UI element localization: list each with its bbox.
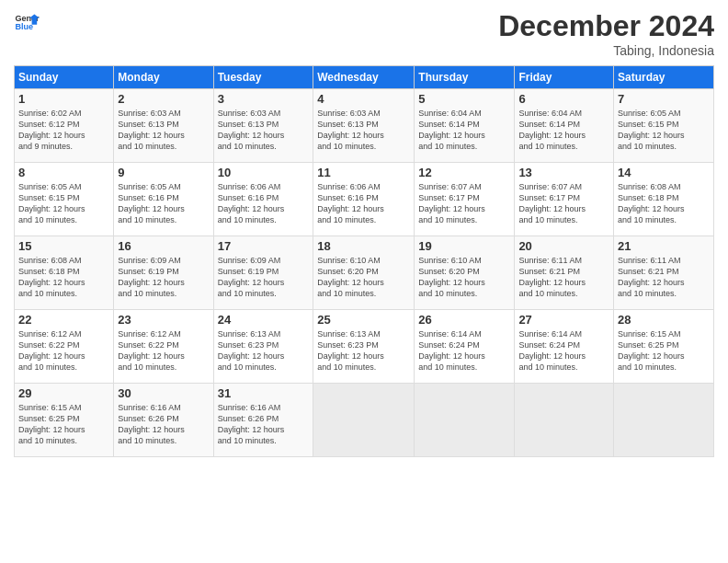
calendar-cell: 10Sunrise: 6:06 AM Sunset: 6:16 PM Dayli… bbox=[213, 163, 313, 236]
calendar-cell: 18Sunrise: 6:10 AM Sunset: 6:20 PM Dayli… bbox=[313, 236, 415, 310]
calendar-cell bbox=[614, 384, 714, 457]
day-number: 13 bbox=[518, 166, 609, 179]
calendar-cell: 23Sunrise: 6:12 AM Sunset: 6:22 PM Dayli… bbox=[114, 310, 213, 384]
calendar-cell: 11Sunrise: 6:06 AM Sunset: 6:16 PM Dayli… bbox=[313, 163, 415, 236]
day-info: Sunrise: 6:03 AM Sunset: 6:13 PM Dayligh… bbox=[218, 108, 310, 153]
calendar-cell: 20Sunrise: 6:11 AM Sunset: 6:21 PM Dayli… bbox=[515, 236, 614, 310]
calendar-cell: 14Sunrise: 6:08 AM Sunset: 6:18 PM Dayli… bbox=[614, 163, 714, 236]
day-info: Sunrise: 6:13 AM Sunset: 6:23 PM Dayligh… bbox=[218, 328, 310, 373]
calendar-table: Sunday Monday Tuesday Wednesday Thursday… bbox=[14, 65, 714, 457]
day-info: Sunrise: 6:04 AM Sunset: 6:14 PM Dayligh… bbox=[518, 108, 609, 153]
day-number: 12 bbox=[418, 166, 510, 179]
day-number: 19 bbox=[418, 239, 510, 253]
day-info: Sunrise: 6:08 AM Sunset: 6:18 PM Dayligh… bbox=[18, 255, 109, 300]
calendar-cell bbox=[515, 384, 614, 457]
svg-text:Blue: Blue bbox=[15, 22, 33, 31]
calendar-cell: 15Sunrise: 6:08 AM Sunset: 6:18 PM Dayli… bbox=[15, 236, 114, 310]
day-number: 8 bbox=[18, 166, 109, 179]
day-info: Sunrise: 6:16 AM Sunset: 6:26 PM Dayligh… bbox=[218, 402, 310, 447]
day-number: 17 bbox=[218, 239, 310, 253]
calendar-cell bbox=[313, 384, 415, 457]
day-number: 16 bbox=[118, 239, 209, 253]
calendar-week-4: 29Sunrise: 6:15 AM Sunset: 6:25 PM Dayli… bbox=[15, 384, 714, 457]
calendar-cell: 22Sunrise: 6:12 AM Sunset: 6:22 PM Dayli… bbox=[15, 310, 114, 384]
day-number: 11 bbox=[317, 166, 410, 179]
calendar-cell: 2Sunrise: 6:03 AM Sunset: 6:13 PM Daylig… bbox=[114, 89, 213, 163]
day-number: 24 bbox=[218, 313, 310, 327]
day-info: Sunrise: 6:05 AM Sunset: 6:15 PM Dayligh… bbox=[18, 181, 109, 226]
day-info: Sunrise: 6:10 AM Sunset: 6:20 PM Dayligh… bbox=[317, 255, 410, 300]
calendar-week-3: 22Sunrise: 6:12 AM Sunset: 6:22 PM Dayli… bbox=[15, 310, 714, 384]
calendar-cell bbox=[415, 384, 515, 457]
day-info: Sunrise: 6:12 AM Sunset: 6:22 PM Dayligh… bbox=[18, 328, 109, 373]
header: General Blue December 2024 Tabing, Indon… bbox=[14, 9, 714, 58]
day-info: Sunrise: 6:12 AM Sunset: 6:22 PM Dayligh… bbox=[118, 328, 209, 373]
day-number: 7 bbox=[618, 92, 710, 106]
day-info: Sunrise: 6:15 AM Sunset: 6:25 PM Dayligh… bbox=[618, 328, 710, 373]
day-number: 18 bbox=[317, 239, 410, 253]
day-number: 22 bbox=[18, 313, 109, 327]
calendar-cell: 29Sunrise: 6:15 AM Sunset: 6:25 PM Dayli… bbox=[15, 384, 114, 457]
day-number: 27 bbox=[518, 313, 609, 327]
logo: General Blue bbox=[14, 9, 41, 35]
location-subtitle: Tabing, Indonesia bbox=[498, 43, 714, 58]
calendar-cell: 6Sunrise: 6:04 AM Sunset: 6:14 PM Daylig… bbox=[515, 89, 614, 163]
day-number: 15 bbox=[18, 239, 109, 253]
day-number: 28 bbox=[618, 313, 710, 327]
day-number: 20 bbox=[518, 239, 609, 253]
calendar-cell: 31Sunrise: 6:16 AM Sunset: 6:26 PM Dayli… bbox=[213, 384, 313, 457]
title-block: December 2024 Tabing, Indonesia bbox=[498, 9, 714, 58]
day-info: Sunrise: 6:14 AM Sunset: 6:24 PM Dayligh… bbox=[518, 328, 609, 373]
day-info: Sunrise: 6:03 AM Sunset: 6:13 PM Dayligh… bbox=[118, 108, 209, 153]
day-number: 26 bbox=[418, 313, 510, 327]
day-info: Sunrise: 6:16 AM Sunset: 6:26 PM Dayligh… bbox=[118, 402, 209, 447]
col-saturday: Saturday bbox=[614, 66, 714, 89]
day-number: 21 bbox=[618, 239, 710, 253]
day-number: 25 bbox=[317, 313, 410, 327]
calendar-week-2: 15Sunrise: 6:08 AM Sunset: 6:18 PM Dayli… bbox=[15, 236, 714, 310]
month-title: December 2024 bbox=[498, 9, 714, 43]
day-number: 2 bbox=[118, 92, 209, 106]
calendar-cell: 5Sunrise: 6:04 AM Sunset: 6:14 PM Daylig… bbox=[415, 89, 515, 163]
day-number: 14 bbox=[618, 166, 710, 179]
calendar-cell: 12Sunrise: 6:07 AM Sunset: 6:17 PM Dayli… bbox=[415, 163, 515, 236]
calendar-cell: 24Sunrise: 6:13 AM Sunset: 6:23 PM Dayli… bbox=[213, 310, 313, 384]
calendar-cell: 8Sunrise: 6:05 AM Sunset: 6:15 PM Daylig… bbox=[15, 163, 114, 236]
calendar-cell: 28Sunrise: 6:15 AM Sunset: 6:25 PM Dayli… bbox=[614, 310, 714, 384]
col-monday: Monday bbox=[114, 66, 213, 89]
calendar-body: 1Sunrise: 6:02 AM Sunset: 6:12 PM Daylig… bbox=[15, 89, 714, 457]
calendar-cell: 17Sunrise: 6:09 AM Sunset: 6:19 PM Dayli… bbox=[213, 236, 313, 310]
day-info: Sunrise: 6:02 AM Sunset: 6:12 PM Dayligh… bbox=[18, 108, 109, 153]
day-number: 5 bbox=[418, 92, 510, 106]
main-container: General Blue December 2024 Tabing, Indon… bbox=[0, 0, 728, 466]
day-info: Sunrise: 6:05 AM Sunset: 6:16 PM Dayligh… bbox=[118, 181, 209, 226]
calendar-cell: 21Sunrise: 6:11 AM Sunset: 6:21 PM Dayli… bbox=[614, 236, 714, 310]
calendar-week-1: 8Sunrise: 6:05 AM Sunset: 6:15 PM Daylig… bbox=[15, 163, 714, 236]
col-sunday: Sunday bbox=[15, 66, 114, 89]
day-number: 10 bbox=[218, 166, 310, 179]
day-number: 4 bbox=[317, 92, 410, 106]
day-info: Sunrise: 6:06 AM Sunset: 6:16 PM Dayligh… bbox=[317, 181, 410, 226]
calendar-cell: 1Sunrise: 6:02 AM Sunset: 6:12 PM Daylig… bbox=[15, 89, 114, 163]
day-number: 9 bbox=[118, 166, 209, 179]
calendar-cell: 27Sunrise: 6:14 AM Sunset: 6:24 PM Dayli… bbox=[515, 310, 614, 384]
col-tuesday: Tuesday bbox=[213, 66, 313, 89]
day-info: Sunrise: 6:15 AM Sunset: 6:25 PM Dayligh… bbox=[18, 402, 109, 447]
calendar-cell: 25Sunrise: 6:13 AM Sunset: 6:23 PM Dayli… bbox=[313, 310, 415, 384]
day-info: Sunrise: 6:11 AM Sunset: 6:21 PM Dayligh… bbox=[518, 255, 609, 300]
day-info: Sunrise: 6:05 AM Sunset: 6:15 PM Dayligh… bbox=[618, 108, 710, 153]
col-thursday: Thursday bbox=[415, 66, 515, 89]
day-info: Sunrise: 6:10 AM Sunset: 6:20 PM Dayligh… bbox=[418, 255, 510, 300]
day-number: 29 bbox=[18, 386, 109, 400]
day-info: Sunrise: 6:09 AM Sunset: 6:19 PM Dayligh… bbox=[218, 255, 310, 300]
calendar-cell: 19Sunrise: 6:10 AM Sunset: 6:20 PM Dayli… bbox=[415, 236, 515, 310]
calendar-cell: 13Sunrise: 6:07 AM Sunset: 6:17 PM Dayli… bbox=[515, 163, 614, 236]
calendar-week-0: 1Sunrise: 6:02 AM Sunset: 6:12 PM Daylig… bbox=[15, 89, 714, 163]
day-info: Sunrise: 6:03 AM Sunset: 6:13 PM Dayligh… bbox=[317, 108, 410, 153]
calendar-cell: 16Sunrise: 6:09 AM Sunset: 6:19 PM Dayli… bbox=[114, 236, 213, 310]
day-number: 23 bbox=[118, 313, 209, 327]
calendar-cell: 26Sunrise: 6:14 AM Sunset: 6:24 PM Dayli… bbox=[415, 310, 515, 384]
calendar-cell: 30Sunrise: 6:16 AM Sunset: 6:26 PM Dayli… bbox=[114, 384, 213, 457]
day-number: 1 bbox=[18, 92, 109, 106]
day-info: Sunrise: 6:04 AM Sunset: 6:14 PM Dayligh… bbox=[418, 108, 510, 153]
